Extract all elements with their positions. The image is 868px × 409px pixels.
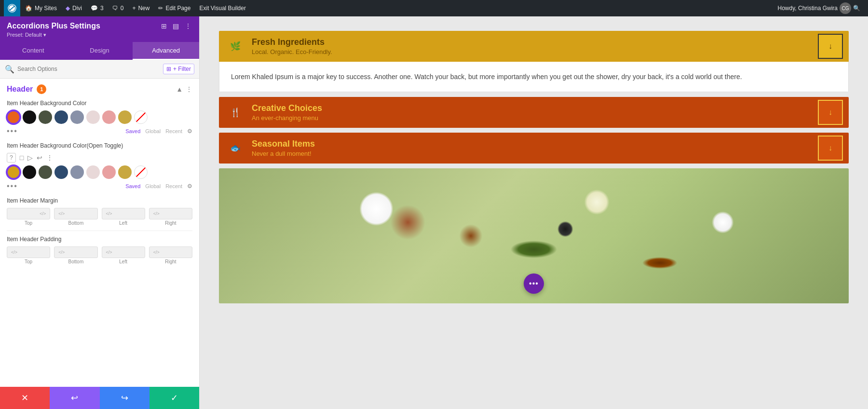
divi-icon: ◆ — [66, 5, 70, 12]
tool-icons-row: ? □ ▷ ↩ ⋮ — [7, 153, 192, 163]
color-swatch-none[interactable] — [134, 110, 148, 124]
padding-right-label: Right — [149, 259, 192, 264]
tab-content[interactable]: Content — [0, 42, 67, 60]
admin-bar-new[interactable]: + New — [128, 0, 153, 16]
margin-top-input[interactable]: </> — [7, 208, 50, 219]
accordion-subtitle-creative: An ever-changing menu — [252, 114, 813, 122]
color-swatch-black[interactable] — [23, 110, 36, 124]
color-swatch-black-open[interactable] — [23, 165, 36, 179]
search-row: 🔍 ⊞ + Filter — [0, 60, 199, 79]
accordion-toggle-fresh[interactable]: ↓ — [818, 34, 843, 59]
margin-right-input[interactable]: </> — [149, 208, 192, 219]
recent-label-open[interactable]: Recent — [165, 183, 182, 189]
color-swatch-pink[interactable] — [102, 110, 116, 124]
wp-logo[interactable] — [4, 0, 20, 16]
admin-bar-edit-page[interactable]: ✏ Edit Page — [154, 0, 194, 16]
accordion-header-seasonal[interactable]: 🐟 Seasonal Items Never a dull moment! ↓ — [219, 133, 849, 164]
panel-header: Accordions Plus Settings ⊞ ▤ ⋮ Preset: D… — [0, 16, 199, 42]
color-swatch-orange[interactable] — [7, 110, 20, 124]
panel-header-icons: ⊞ ▤ ⋮ — [160, 21, 192, 31]
color-swatch-gold2-open[interactable] — [118, 165, 132, 179]
padding-top-input[interactable]: </> — [7, 246, 50, 258]
search-icon[interactable]: 🔍 — [853, 5, 860, 12]
speech-icon: 🗨 — [112, 5, 118, 12]
cancel-button[interactable]: ✕ — [0, 387, 50, 409]
padding-bottom-input[interactable]: </> — [54, 246, 97, 258]
redo-button[interactable]: ↪ — [100, 387, 149, 409]
section-header-header: Header 1 ▲ ⋮ — [7, 84, 192, 94]
panel-icon-grid[interactable]: ⊞ — [160, 21, 168, 31]
admin-bar-comments[interactable]: 💬 3 — [87, 0, 108, 16]
setting-bg-color-open: Item Header Background Color(Open Toggle… — [7, 142, 192, 191]
padding-left-input[interactable]: </> — [102, 246, 145, 258]
accordion-toggle-creative[interactable]: ↓ — [818, 100, 843, 125]
floating-action-button[interactable]: ••• — [524, 273, 544, 294]
help-icon[interactable]: ? — [7, 153, 16, 163]
admin-bar-exit-builder[interactable]: Exit Visual Builder — [195, 0, 250, 16]
color-more-dots[interactable]: ••• — [7, 127, 18, 136]
padding-left-label: Left — [102, 259, 145, 264]
color-swatch-none-open[interactable] — [134, 165, 148, 179]
code-icon: </> — [40, 211, 46, 216]
color-swatch-lightpink-open[interactable] — [86, 165, 100, 179]
color-swatch-gold-open[interactable] — [7, 165, 20, 179]
accordion-header-creative[interactable]: 🍴 Creative Choices An ever-changing menu… — [219, 97, 849, 128]
global-label-open[interactable]: Global — [145, 183, 161, 189]
color-swatch-navy[interactable] — [54, 110, 68, 124]
admin-bar: 🏠 My Sites ◆ Divi 💬 3 🗨 0 + New ✏ Edit P… — [0, 0, 868, 16]
color-swatch-gray-open[interactable] — [70, 165, 84, 179]
reset-icon[interactable]: ↩ — [37, 154, 42, 162]
color-more-dots-open[interactable]: ••• — [7, 182, 18, 191]
tab-advanced[interactable]: Advanced — [133, 42, 199, 60]
recent-label[interactable]: Recent — [165, 128, 182, 134]
save-button[interactable]: ✓ — [149, 387, 199, 409]
code-icon-7: </> — [106, 250, 112, 255]
color-swatch-pink-open[interactable] — [102, 165, 116, 179]
preset-chevron-icon: ▾ — [43, 32, 46, 38]
padding-top-label: Top — [7, 259, 50, 264]
padding-bottom-label: Bottom — [54, 259, 97, 264]
admin-bar-my-sites[interactable]: 🏠 My Sites — [21, 0, 61, 16]
color-swatch-navy-open[interactable] — [54, 165, 68, 179]
padding-right-input[interactable]: </> — [149, 246, 192, 258]
saved-label-open[interactable]: Saved — [125, 183, 140, 189]
admin-bar-divi[interactable]: ◆ Divi — [62, 0, 86, 16]
accordion-toggle-seasonal[interactable]: ↓ — [818, 136, 843, 161]
accordion-seasonal-items: 🐟 Seasonal Items Never a dull moment! ↓ — [219, 133, 849, 164]
accordion-title-seasonal: Seasonal Items — [252, 139, 813, 149]
filter-button[interactable]: ⊞ + Filter — [163, 64, 194, 74]
admin-bar-speech[interactable]: 🗨 0 — [108, 0, 128, 16]
accordion-header-fresh[interactable]: 🌿 Fresh Ingredients Local. Organic. Eco-… — [219, 31, 849, 62]
tab-design[interactable]: Design — [67, 42, 133, 60]
panel-icon-more[interactable]: ⋮ — [184, 21, 192, 31]
color-settings-icon-open[interactable]: ⚙ — [187, 183, 192, 190]
margin-left-input[interactable]: </> — [102, 208, 145, 219]
color-swatch-lightpink[interactable] — [86, 110, 100, 124]
panel-title: Accordions Plus Settings — [7, 22, 100, 30]
color-swatch-darkgreen[interactable] — [39, 110, 52, 124]
color-swatch-gold[interactable] — [118, 110, 132, 124]
panel-icon-layout[interactable]: ▤ — [172, 21, 180, 31]
margin-bottom-input[interactable]: </> — [54, 208, 97, 219]
search-input[interactable] — [17, 66, 160, 72]
section-more-icon[interactable]: ⋮ — [186, 85, 192, 93]
code-icon-5: </> — [11, 250, 17, 255]
color-swatch-darkgreen-open[interactable] — [39, 165, 52, 179]
code-icon-6: </> — [58, 250, 65, 255]
food-image-section: ••• — [219, 168, 849, 303]
accordion-fresh-ingredients: 🌿 Fresh Ingredients Local. Organic. Eco-… — [219, 31, 849, 92]
setting-margin: Item Header Margin </> Top </> Bottom — [7, 197, 192, 226]
code-icon-2: </> — [58, 211, 65, 216]
more-icon[interactable]: ⋮ — [46, 154, 53, 162]
collapse-icon[interactable]: ▲ — [176, 85, 183, 93]
arrow-icon[interactable]: ▷ — [27, 154, 33, 162]
saved-label[interactable]: Saved — [125, 128, 140, 134]
global-label[interactable]: Global — [145, 128, 161, 134]
undo-button[interactable]: ↩ — [50, 387, 99, 409]
panel-preset[interactable]: Preset: Default ▾ — [7, 32, 192, 38]
margin-left-label: Left — [102, 220, 145, 226]
device-icon[interactable]: □ — [20, 154, 24, 162]
accordion-title-creative: Creative Choices — [252, 103, 813, 113]
color-settings-icon[interactable]: ⚙ — [187, 128, 192, 135]
color-swatch-gray[interactable] — [70, 110, 84, 124]
